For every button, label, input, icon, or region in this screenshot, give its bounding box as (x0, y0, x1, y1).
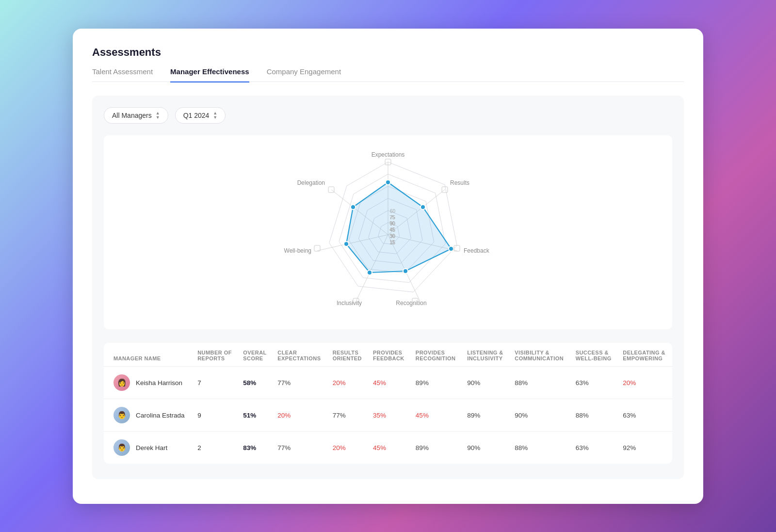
dot-wellbeing (344, 242, 349, 246)
expectations-cell: 77% (273, 367, 327, 399)
results-cell: 20% (328, 367, 368, 399)
col-header-visibility: Visibility &Communication (510, 343, 570, 367)
table-row: 👨 Carolina Estrada 9 51% 20% 77% 35% 45%… (104, 399, 672, 432)
reports-cell: 7 (193, 367, 238, 399)
grid-val-15b: 15 (390, 240, 396, 245)
manager-filter[interactable]: All Managers ▲▼ (104, 107, 168, 124)
wellbeing-cell: 63% (571, 367, 618, 399)
manager-filter-label: All Managers (112, 112, 152, 119)
dot-results (420, 205, 425, 210)
inclusivity-cell: 90% (462, 432, 510, 464)
recognition-cell: 89% (411, 367, 462, 399)
manager-name: Derek Hart (136, 444, 167, 451)
col-header-overall: OveralScore (238, 343, 273, 367)
tabs-bar: Talent Assessment Manager Effectiveness … (92, 67, 684, 82)
inclusivity-cell: 89% (462, 399, 510, 432)
grid-val-45b: 45 (390, 227, 396, 233)
col-header-delegating: Delegating &Empowering (618, 343, 672, 367)
svg-marker-13 (346, 182, 451, 273)
dot-inclusivity (367, 270, 372, 275)
wellbeing-cell: 63% (571, 432, 618, 464)
results-cell: 77% (328, 399, 368, 432)
col-header-recognition: ProvidesRecognition (411, 343, 462, 367)
expectations-cell: 20% (273, 399, 327, 432)
label-recognition: Recognition (396, 300, 426, 306)
manager-name-cell: 👨 Carolina Estrada (104, 399, 193, 432)
recognition-cell: 89% (411, 432, 462, 464)
expectations-cell: 77% (273, 432, 327, 464)
feedback-cell: 35% (368, 399, 411, 432)
table-row: 👨 Derek Hart 2 83% 77% 20% 45% 89% 90% 8… (104, 432, 672, 464)
overall-cell: 51% (238, 399, 273, 432)
manager-filter-arrows: ▲▼ (156, 111, 160, 120)
results-cell: 20% (328, 432, 368, 464)
inclusivity-cell: 90% (462, 367, 510, 399)
grid-val-75b: 75 (390, 215, 396, 220)
col-header-name: Manager Name (104, 343, 193, 367)
period-filter-arrows: ▲▼ (213, 111, 217, 120)
table-row: 👩 Keisha Harrison 7 58% 77% 20% 45% 89% … (104, 367, 672, 399)
label-inclusivity: Inclusivity (337, 300, 362, 306)
delegating-cell: 20% (618, 367, 672, 399)
dot-feedback (449, 246, 453, 251)
manager-name: Carolina Estrada (136, 412, 185, 419)
grid-val-90b: 90 (390, 221, 396, 226)
visibility-cell: 88% (510, 432, 570, 464)
main-card: Assessments Talent Assessment Manager Ef… (73, 29, 703, 504)
col-header-results: ResultsOriented (328, 343, 368, 367)
grid-val-30b: 30 (390, 234, 396, 239)
wellbeing-cell: 88% (571, 399, 618, 432)
delegating-cell: 63% (618, 399, 672, 432)
col-header-feedback: ProvidesFeedback (368, 343, 411, 367)
reports-cell: 9 (193, 399, 238, 432)
col-header-wellbeing: Success &Well-Being (571, 343, 618, 367)
delegating-cell: 92% (618, 432, 672, 464)
label-feedback: Feedback (464, 247, 490, 254)
content-area: All Managers ▲▼ Q1 2024 ▲▼ .grid-line { … (92, 96, 684, 479)
avatar: 👩 (113, 374, 130, 391)
dot-delegation (351, 205, 356, 210)
manager-name-cell: 👩 Keisha Harrison (104, 367, 193, 399)
avatar: 👨 (113, 439, 130, 456)
col-header-inclusivity: Listening &Inclusivity (462, 343, 510, 367)
visibility-cell: 88% (510, 367, 570, 399)
feedback-cell: 45% (368, 367, 411, 399)
tab-talent[interactable]: Talent Assessment (92, 67, 153, 82)
label-expectations: Expectations (372, 151, 405, 158)
grid-val-60b: 60 (390, 209, 396, 214)
recognition-cell: 45% (411, 399, 462, 432)
label-wellbeing: Well-being (284, 247, 311, 254)
period-filter-label: Q1 2024 (183, 112, 210, 119)
reports-cell: 2 (193, 432, 238, 464)
radar-chart-svg: .grid-line { stroke: #d0d0da; stroke-wid… (233, 145, 543, 320)
radar-chart-container: .grid-line { stroke: #d0d0da; stroke-wid… (104, 135, 672, 329)
overall-cell: 83% (238, 432, 273, 464)
dot-expectations (386, 180, 390, 185)
filters-row: All Managers ▲▼ Q1 2024 ▲▼ (104, 107, 672, 124)
manager-name-cell: 👨 Derek Hart (104, 432, 193, 464)
label-delegation: Delegation (297, 179, 325, 186)
avatar: 👨 (113, 407, 130, 423)
overall-cell: 58% (238, 367, 273, 399)
col-header-reports: Number OfReports (193, 343, 238, 367)
table-header-row: Manager Name Number OfReports OveralScor… (104, 343, 672, 367)
tab-company[interactable]: Company Engagement (267, 67, 341, 82)
dot-recognition (403, 269, 408, 274)
page-title: Assessments (92, 46, 684, 59)
label-results: Results (450, 179, 469, 186)
period-filter[interactable]: Q1 2024 ▲▼ (175, 107, 226, 124)
tab-manager[interactable]: Manager Effectiveness (170, 67, 249, 82)
col-header-expectations: ClearExpectations (273, 343, 327, 367)
feedback-cell: 45% (368, 432, 411, 464)
visibility-cell: 90% (510, 399, 570, 432)
manager-name: Keisha Harrison (136, 379, 182, 387)
managers-table: Manager Name Number OfReports OveralScor… (104, 343, 672, 464)
